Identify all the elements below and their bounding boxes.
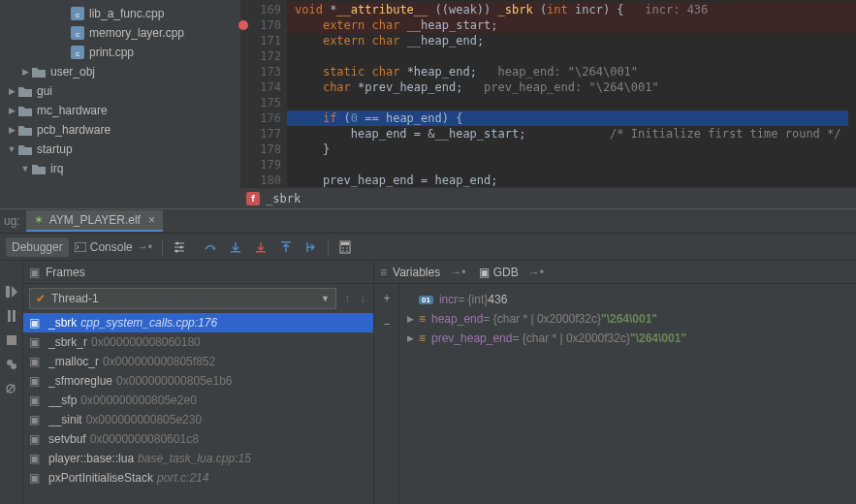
pause-button[interactable] [6, 310, 17, 325]
debug-toolbar: Debugger Console →• [0, 234, 856, 261]
gdb-tab[interactable]: ▣ GDB [479, 266, 518, 279]
stack-frame[interactable]: ▣_malloc_r0x000000000805f852 [23, 352, 373, 371]
svg-point-15 [342, 247, 344, 249]
variable-row[interactable]: ▶≡heap_end = {char * | 0x2000f32c} "\264… [403, 309, 852, 329]
cpp-icon: c [70, 25, 85, 41]
editor-gutter: 169170171172173174175176177178179180 [240, 0, 287, 208]
editor-code[interactable]: void *__attribute__ ((weak)) _sbrk (int … [287, 0, 856, 208]
svg-point-7 [175, 241, 178, 244]
vars-menu-icon[interactable]: ≡ [380, 266, 387, 279]
frames-header: ▣ Frames [23, 261, 373, 284]
frame-icon: ▣ [29, 394, 43, 407]
svg-rect-10 [231, 251, 240, 253]
tree-item[interactable]: ▶mc_hardware [0, 101, 240, 120]
chevron-down-icon: ▼ [321, 294, 330, 303]
frames-icon: ▣ [29, 266, 40, 279]
resume-button[interactable] [6, 286, 17, 300]
stop-button[interactable] [6, 334, 17, 349]
project-tree[interactable]: clib_a_func.cppcmemory_layer.cppcprint.c… [0, 0, 240, 208]
folder-icon [17, 103, 33, 118]
mute-breakpoints-button[interactable] [5, 383, 18, 397]
stack-frame[interactable]: ▣__sfp0x000000000805e2e0 [23, 391, 373, 410]
debug-side-toolbar [0, 261, 23, 504]
vars-toolbar: ＋ － [374, 284, 399, 504]
console-tab[interactable]: Console →• [69, 237, 158, 257]
svg-rect-14 [341, 242, 349, 245]
frame-icon: ▣ [29, 432, 43, 446]
step-into-icon [229, 240, 242, 254]
close-icon[interactable]: × [148, 213, 155, 227]
variables-list[interactable]: 01incr = {int} 436▶≡heap_end = {char * |… [399, 284, 856, 504]
stack-frame[interactable]: ▣_sbrkcpp_system_calls.cpp:176 [23, 313, 373, 332]
folder-icon [17, 122, 33, 138]
force-step-into-icon [254, 240, 268, 254]
svg-point-18 [346, 250, 348, 252]
svg-rect-22 [7, 335, 16, 345]
console-icon [75, 242, 86, 252]
breadcrumb[interactable]: f _sbrk [240, 187, 856, 208]
tree-item[interactable]: cprint.cpp [0, 43, 240, 62]
step-out-icon [279, 240, 293, 254]
run-to-cursor-icon [304, 240, 318, 254]
force-step-into-button[interactable] [248, 237, 273, 257]
svg-point-16 [346, 247, 348, 249]
frame-icon: ▣ [29, 374, 43, 388]
tabbar-prefix: ug: [4, 214, 20, 228]
view-breakpoints-button[interactable] [6, 359, 17, 373]
frame-list[interactable]: ▣_sbrkcpp_system_calls.cpp:176▣_sbrk_r0x… [23, 313, 373, 504]
frame-icon: ▣ [29, 316, 43, 330]
folder-icon [17, 142, 33, 157]
tree-item[interactable]: ▶gui [0, 81, 240, 101]
tree-item[interactable]: cmemory_layer.cpp [0, 23, 240, 43]
evaluate-button[interactable] [333, 237, 358, 257]
tree-item[interactable]: clib_a_func.cpp [0, 4, 240, 23]
step-into-button[interactable] [223, 237, 248, 257]
tree-item[interactable]: ▼irq [0, 159, 240, 178]
debugger-tab[interactable]: Debugger [6, 237, 69, 257]
folder-icon [31, 161, 47, 176]
stack-frame[interactable]: ▣player::base::luabase_task_lua.cpp:15 [23, 449, 373, 468]
debug-tab[interactable]: ✶ AYM_PLAYER.elf × [26, 210, 163, 232]
variable-row[interactable]: 01incr = {int} 436 [403, 290, 852, 309]
settings-button[interactable] [167, 237, 192, 257]
svg-text:c: c [76, 30, 79, 39]
sliders-icon [173, 240, 186, 254]
debug-tabbar: ug: ✶ AYM_PLAYER.elf × [0, 208, 856, 234]
tree-item[interactable]: ▼startup [0, 140, 240, 159]
frame-icon: ▣ [29, 452, 43, 465]
next-frame-button[interactable]: ↓ [358, 292, 367, 305]
step-out-button[interactable] [273, 237, 299, 257]
stack-frame[interactable]: ▣pxPortInitialiseStackport.c:214 [23, 468, 373, 488]
code-editor[interactable]: 169170171172173174175176177178179180 voi… [240, 0, 856, 208]
step-over-icon [204, 240, 217, 254]
add-watch-button[interactable]: ＋ [381, 290, 393, 306]
stack-frame[interactable]: ▣_sfmoreglue0x000000000805e1b6 [23, 371, 373, 391]
stack-frame[interactable]: ▣setvbuf0x0000000080601c8 [23, 429, 373, 449]
cpp-icon: c [70, 6, 85, 21]
frame-icon: ▣ [29, 355, 43, 368]
run-to-cursor-button[interactable] [299, 237, 324, 257]
pin-icon[interactable]: →• [450, 266, 465, 279]
variables-panel: ≡ Variables →• ▣ GDB →• ＋ － 01incr = {in… [374, 261, 856, 504]
tree-item[interactable]: ▶user_obj [0, 62, 240, 81]
thread-select[interactable]: ✔Thread-1 ▼ [29, 288, 336, 309]
frame-icon: ▣ [29, 413, 43, 426]
cpp-icon: c [70, 45, 85, 60]
stack-frame[interactable]: ▣__sinit0x000000000805e230 [23, 410, 373, 429]
calculator-icon [338, 240, 352, 254]
breadcrumb-label: _sbrk [266, 191, 301, 206]
svg-text:c: c [76, 11, 79, 19]
step-over-button[interactable] [198, 237, 223, 257]
tree-item[interactable]: ▶pcb_hardware [0, 120, 240, 140]
variable-row[interactable]: ▶≡prev_heap_end = {char * | 0x2000f32c} … [403, 329, 852, 348]
prev-frame-button[interactable]: ↑ [342, 292, 352, 305]
frames-panel: ▣ Frames ✔Thread-1 ▼ ↑ ↓ ▣_sbrkcpp_syste… [23, 261, 374, 504]
frame-icon: ▣ [29, 335, 43, 349]
svg-rect-19 [6, 286, 10, 298]
debug-tab-label: AYM_PLAYER.elf [49, 213, 141, 227]
frame-icon: ▣ [29, 471, 43, 485]
pin-icon[interactable]: →• [528, 266, 544, 279]
svg-point-9 [174, 249, 177, 252]
remove-watch-button[interactable]: － [381, 316, 393, 332]
stack-frame[interactable]: ▣_sbrk_r0x000000008060180 [23, 332, 373, 352]
